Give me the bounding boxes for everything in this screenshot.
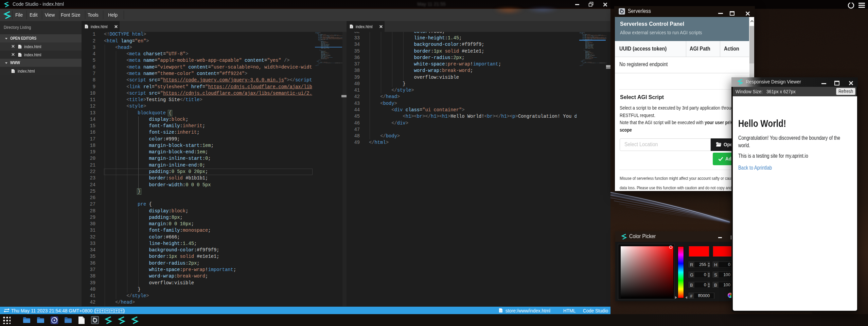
svg-text:&: &	[13, 70, 14, 72]
svg-text:&: &	[351, 26, 352, 28]
svg-text:&: &	[19, 46, 21, 48]
svg-text:&: &	[86, 26, 87, 28]
svg-text:&: &	[19, 54, 21, 56]
svg-text:<>: <>	[499, 310, 502, 312]
